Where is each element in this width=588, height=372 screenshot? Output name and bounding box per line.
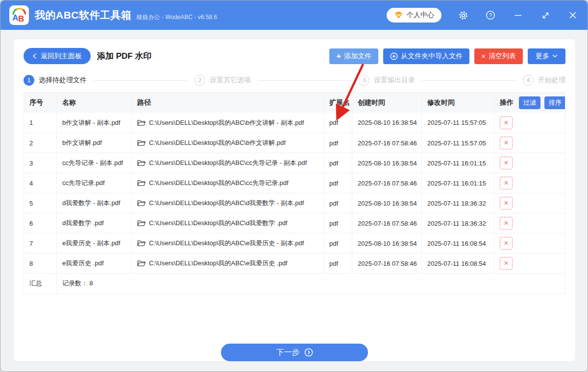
delete-row-button[interactable]: ×: [500, 217, 513, 230]
file-path-cell: C:\Users\DELL\Desktop\我的ABC\d我爱数学 - 副本.p…: [131, 193, 323, 213]
file-path-cell: C:\Users\DELL\Desktop\我的ABC\b作文讲解.pdf: [131, 133, 323, 153]
row-operation-cell: ×: [494, 233, 565, 253]
svg-text:B: B: [18, 14, 24, 23]
plus-icon: +: [336, 52, 341, 60]
header-operation: 操作 过滤 排序: [494, 93, 565, 113]
file-ext: pdf: [323, 113, 352, 133]
open-folder-icon: [137, 140, 146, 146]
step-2-number: 2: [195, 75, 205, 86]
circle-plus-icon: [390, 52, 398, 60]
file-ext: pdf: [323, 193, 352, 213]
help-icon[interactable]: ?: [485, 9, 496, 21]
table-row: 4 cc先导记录.pdf C:\Users\DELL\Desktop\我的ABC…: [24, 173, 565, 193]
chevron-down-icon: [552, 54, 558, 58]
file-path-cell: C:\Users\DELL\Desktop\我的ABC\d我爱数学 .pdf: [131, 213, 323, 233]
header-modified: 修改时间: [421, 93, 494, 113]
row-index: 3: [24, 153, 56, 173]
footer: 下一步: [14, 344, 575, 361]
file-path: C:\Users\DELL\Desktop\我的ABC\b作文讲解 - 副本.p…: [149, 118, 304, 127]
step-4-number: 4: [523, 75, 534, 86]
file-name: e我爱历史 .pdf: [56, 254, 131, 273]
add-files-label: 添加文件: [344, 52, 371, 61]
file-ext: pdf: [323, 254, 352, 273]
delete-row-button[interactable]: ×: [500, 137, 513, 149]
file-created: 2025-08-10 16:38:54: [352, 193, 421, 213]
file-path: C:\Users\DELL\Desktop\我的ABC\cc先导记录.pdf: [149, 179, 289, 187]
table-header-row: 序号 名称 路径 扩展名 创建时间 修改时间 操作 过滤 排序: [24, 93, 565, 113]
next-step-button[interactable]: 下一步: [221, 344, 368, 361]
minimize-button[interactable]: [512, 9, 524, 21]
file-path: C:\Users\DELL\Desktop\我的ABC\b作文讲解.pdf: [149, 139, 286, 147]
close-button[interactable]: [567, 9, 579, 21]
svg-text:?: ?: [489, 12, 492, 18]
file-path-cell: C:\Users\DELL\Desktop\我的ABC\cc先导记录 - 副本.…: [131, 153, 323, 173]
add-files-button[interactable]: + 添加文件: [329, 48, 378, 64]
row-index: 8: [24, 254, 56, 273]
table-body: 1 b作文讲解 - 副本.pdf C:\Users\DELL\Desktop\我…: [24, 113, 565, 273]
file-path: C:\Users\DELL\Desktop\我的ABC\e我爱历史 - 副本.p…: [149, 239, 304, 248]
file-ext: pdf: [323, 233, 352, 253]
file-path-cell: C:\Users\DELL\Desktop\我的ABC\cc先导记录.pdf: [131, 173, 323, 193]
summary-label: 汇总: [24, 274, 56, 293]
table-row: 1 b作文讲解 - 副本.pdf C:\Users\DELL\Desktop\我…: [24, 113, 565, 133]
file-created: 2025-07-16 07:58:46: [352, 133, 421, 153]
back-to-dashboard-button[interactable]: 返回到主面板: [24, 48, 91, 64]
step-1-select-files: 1 选择待处理文件: [24, 75, 87, 86]
title-bar: A B 我的ABC软件工具箱 核烁办公 - WodeABC - v6.58.6 …: [0, 0, 588, 30]
more-label: 更多: [536, 52, 549, 61]
sort-button[interactable]: 排序: [544, 96, 565, 109]
header-operation-label: 操作: [500, 98, 514, 107]
file-ext: pdf: [323, 153, 352, 173]
file-modified: 2025-07-11 16:01:15: [421, 153, 494, 173]
content-panel: 返回到主面板 添加 PDF 水印 + 添加文件 从文件夹中导入文件: [13, 39, 576, 362]
file-created: 2025-07-16 07:58:46: [352, 213, 421, 233]
delete-row-button[interactable]: ×: [500, 157, 513, 169]
file-created: 2025-08-10 16:38:54: [352, 233, 421, 253]
step-2-label: 设置其它选项: [210, 76, 251, 85]
clear-list-button[interactable]: × 清空列表: [474, 48, 523, 64]
step-3-label: 设置输出目录: [374, 76, 415, 85]
step-indicator: 1 选择待处理文件 2 设置其它选项 3 设置输出目录 4 开始处理: [24, 75, 565, 86]
table-row: 3 cc先导记录 - 副本.pdf C:\Users\DELL\Desktop\…: [24, 153, 565, 173]
file-path: C:\Users\DELL\Desktop\我的ABC\d我爱数学 .pdf: [149, 219, 287, 228]
step-3-output-dir: 3 设置输出目录: [359, 75, 415, 86]
delete-row-button[interactable]: ×: [500, 237, 513, 250]
row-index: 6: [24, 213, 56, 233]
file-name: cc先导记录.pdf: [56, 173, 131, 193]
more-button[interactable]: 更多: [528, 48, 565, 64]
import-from-folder-button[interactable]: 从文件夹中导入文件: [383, 48, 469, 64]
open-folder-icon: [137, 119, 146, 126]
toolbar: 返回到主面板 添加 PDF 水印 + 添加文件 从文件夹中导入文件: [24, 48, 565, 64]
step-connector: [422, 80, 516, 81]
header-created: 创建时间: [352, 93, 421, 113]
app-logo-icon: A B: [9, 5, 29, 25]
header-name: 名称: [56, 93, 131, 113]
file-created: 2025-08-10 16:38:54: [352, 153, 421, 173]
row-index: 2: [24, 133, 56, 153]
file-name: cc先导记录 - 副本.pdf: [56, 153, 131, 173]
file-modified: 2025-07-11 18:36:32: [421, 193, 494, 213]
file-path-cell: C:\Users\DELL\Desktop\我的ABC\e我爱历史 - 副本.p…: [131, 233, 323, 253]
file-ext: pdf: [323, 213, 352, 233]
row-index: 5: [24, 193, 56, 213]
delete-row-button[interactable]: ×: [500, 257, 513, 270]
personal-center-button[interactable]: 个人中心: [387, 8, 441, 23]
clear-list-label: 清空列表: [489, 52, 516, 61]
open-folder-icon: [137, 160, 146, 166]
row-operation-cell: ×: [494, 213, 565, 233]
row-operation-cell: ×: [494, 173, 565, 193]
filter-button[interactable]: 过滤: [519, 96, 540, 109]
delete-row-button[interactable]: ×: [500, 177, 513, 189]
personal-center-label: 个人中心: [407, 11, 434, 20]
delete-row-button[interactable]: ×: [500, 197, 513, 209]
step-connector: [258, 80, 352, 81]
file-modified: 2025-07-11 16:08:54: [421, 233, 494, 253]
row-operation-cell: ×: [494, 193, 565, 213]
import-from-folder-label: 从文件夹中导入文件: [401, 52, 463, 61]
table-row: 7 e我爱历史 - 副本.pdf C:\Users\DELL\Desktop\我…: [24, 233, 565, 253]
settings-gear-icon[interactable]: [457, 9, 469, 21]
delete-row-button[interactable]: ×: [500, 116, 513, 129]
file-modified: 2025-07-11 15:57:05: [421, 113, 494, 133]
maximize-button[interactable]: [539, 9, 551, 21]
row-index: 4: [24, 173, 56, 193]
